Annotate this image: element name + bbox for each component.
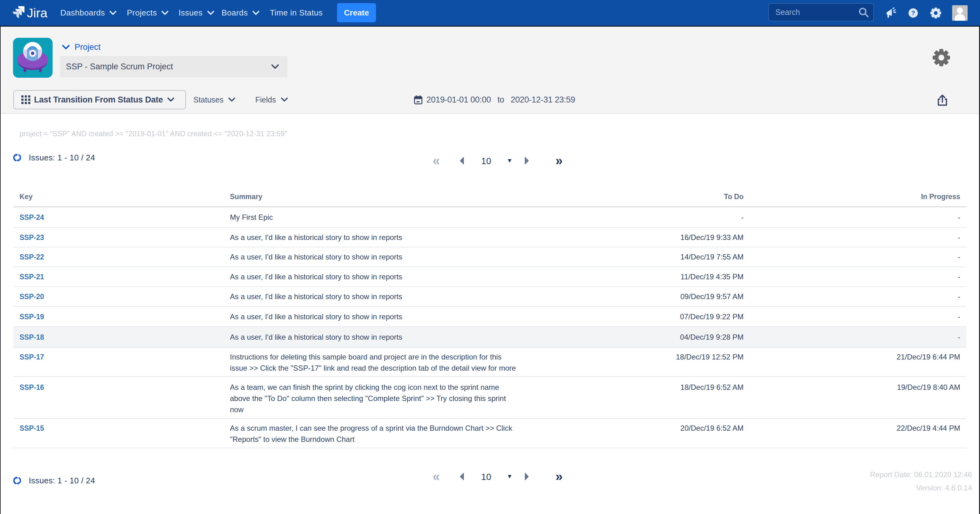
svg-text:Jira: Jira — [27, 6, 47, 20]
svg-text:?: ? — [911, 10, 915, 16]
